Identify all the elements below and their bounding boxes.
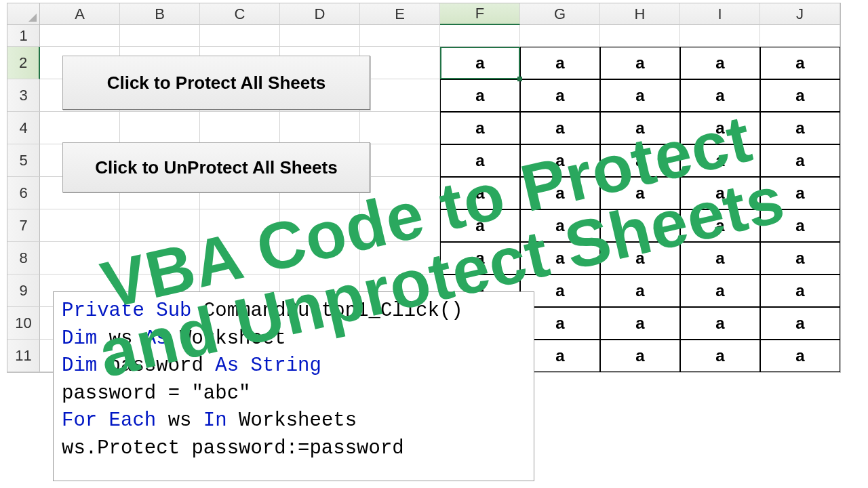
data-cell[interactable]: a [520, 47, 600, 79]
row-header[interactable]: 11 [7, 340, 40, 372]
empty-cell[interactable] [680, 25, 760, 47]
data-cell[interactable]: a [760, 209, 840, 242]
data-cell[interactable]: a [680, 144, 760, 177]
data-cell[interactable]: a [520, 79, 600, 112]
empty-cell[interactable] [440, 25, 520, 47]
empty-cell[interactable] [200, 112, 280, 144]
empty-cell[interactable] [40, 25, 120, 47]
data-cell[interactable]: a [520, 209, 600, 242]
data-cell[interactable]: a [600, 112, 680, 144]
data-cell[interactable]: a [760, 47, 840, 79]
data-cell[interactable]: a [440, 177, 520, 209]
data-cell[interactable]: a [440, 242, 520, 274]
data-cell[interactable]: a [760, 112, 840, 144]
data-cell[interactable]: a [520, 242, 600, 274]
empty-cell[interactable] [120, 209, 200, 242]
empty-cell[interactable] [200, 242, 280, 274]
empty-cell[interactable] [120, 242, 200, 274]
row-header[interactable]: 1 [7, 25, 40, 47]
data-cell[interactable]: a [440, 144, 520, 177]
row-header[interactable]: 3 [7, 79, 40, 112]
data-cell[interactable]: a [680, 177, 760, 209]
empty-cell[interactable] [280, 242, 360, 274]
data-cell[interactable]: a [600, 47, 680, 79]
column-header[interactable]: J [760, 3, 840, 25]
code-text: CommandButton1_Click() [191, 300, 462, 322]
empty-cell[interactable] [360, 209, 440, 242]
data-cell[interactable]: a [760, 340, 840, 372]
data-cell[interactable]: a [680, 242, 760, 274]
data-cell[interactable]: a [680, 274, 760, 307]
data-cell[interactable]: a [760, 177, 840, 209]
column-header[interactable]: A [40, 3, 120, 25]
empty-cell[interactable] [40, 242, 120, 274]
row-header[interactable]: 8 [7, 242, 40, 274]
empty-cell[interactable] [360, 112, 440, 144]
empty-cell[interactable] [360, 177, 440, 209]
data-cell[interactable]: a [760, 307, 840, 340]
vba-code-window[interactable]: Private Sub CommandButton1_Click() Dim w… [53, 291, 534, 481]
data-cell[interactable]: a [760, 242, 840, 274]
empty-cell[interactable] [280, 209, 360, 242]
data-cell[interactable]: a [680, 47, 760, 79]
empty-cell[interactable] [360, 79, 440, 112]
column-header[interactable]: C [200, 3, 280, 25]
data-cell[interactable]: a [680, 307, 760, 340]
data-cell[interactable]: a [520, 112, 600, 144]
data-cell[interactable]: a [440, 47, 520, 79]
data-cell[interactable]: a [520, 144, 600, 177]
data-cell[interactable]: a [600, 177, 680, 209]
column-header[interactable]: H [600, 3, 680, 25]
empty-cell[interactable] [360, 242, 440, 274]
empty-cell[interactable] [360, 47, 440, 79]
data-cell[interactable]: a [600, 209, 680, 242]
empty-cell[interactable] [40, 112, 120, 144]
empty-cell[interactable] [120, 112, 200, 144]
empty-cell[interactable] [520, 25, 600, 47]
data-cell[interactable]: a [600, 242, 680, 274]
row-header[interactable]: 2 [7, 47, 40, 79]
data-cell[interactable]: a [600, 274, 680, 307]
data-cell[interactable]: a [680, 209, 760, 242]
data-cell[interactable]: a [760, 144, 840, 177]
empty-cell[interactable] [600, 25, 680, 47]
row-header[interactable]: 7 [7, 209, 40, 242]
empty-cell[interactable] [360, 25, 440, 47]
empty-cell[interactable] [40, 209, 120, 242]
data-cell[interactable]: a [680, 112, 760, 144]
empty-cell[interactable] [200, 209, 280, 242]
column-header[interactable]: B [120, 3, 200, 25]
data-cell[interactable]: a [760, 274, 840, 307]
data-cell[interactable]: a [600, 340, 680, 372]
empty-cell[interactable] [760, 25, 840, 47]
data-cell[interactable]: a [760, 79, 840, 112]
column-header[interactable]: G [520, 3, 600, 25]
row-header[interactable]: 9 [7, 274, 40, 307]
data-cell[interactable]: a [680, 79, 760, 112]
data-cell[interactable]: a [600, 307, 680, 340]
protect-all-button[interactable]: Click to Protect All Sheets [62, 56, 370, 110]
data-cell[interactable]: a [600, 144, 680, 177]
empty-cell[interactable] [280, 25, 360, 47]
code-kw: Private Sub [62, 300, 191, 322]
data-cell[interactable]: a [440, 209, 520, 242]
data-cell[interactable]: a [600, 79, 680, 112]
row-header[interactable]: 5 [7, 144, 40, 177]
select-all-corner[interactable] [7, 3, 40, 25]
empty-cell[interactable] [360, 144, 440, 177]
column-header[interactable]: D [280, 3, 360, 25]
data-cell[interactable]: a [680, 340, 760, 372]
data-cell[interactable]: a [440, 112, 520, 144]
empty-cell[interactable] [200, 25, 280, 47]
row-header[interactable]: 6 [7, 177, 40, 209]
empty-cell[interactable] [120, 25, 200, 47]
unprotect-all-button[interactable]: Click to UnProtect All Sheets [62, 142, 370, 192]
empty-cell[interactable] [280, 112, 360, 144]
row-header[interactable]: 10 [7, 307, 40, 340]
row-header[interactable]: 4 [7, 112, 40, 144]
column-header[interactable]: F [440, 3, 520, 25]
column-header[interactable]: E [360, 3, 440, 25]
data-cell[interactable]: a [440, 79, 520, 112]
data-cell[interactable]: a [520, 177, 600, 209]
column-header[interactable]: I [680, 3, 760, 25]
